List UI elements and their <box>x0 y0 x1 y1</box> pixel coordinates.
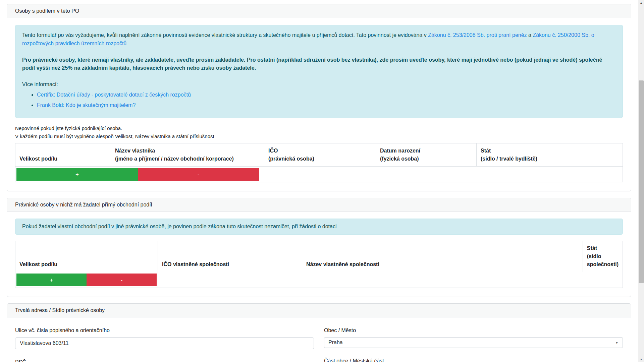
owners-action-cell: + - <box>15 166 623 182</box>
column-header-nazev-spolecnosti: Název vlastněné společnosti <box>302 241 583 272</box>
form-content: Osoby s podílem v této PO Tento formulář… <box>7 4 631 362</box>
frank-bold-link[interactable]: Frank Bold: Kdo je skutečným majitelem? <box>37 102 136 108</box>
owners-section-body: Tento formulář po vás vyžadujeme, kvůli … <box>7 18 631 191</box>
street-input[interactable] <box>15 337 314 349</box>
column-header-velikost-podilu: Velikost podílu <box>15 143 111 166</box>
owners-remove-row-button[interactable]: - <box>138 168 259 181</box>
owners-table-action-row: + - <box>15 166 623 182</box>
scrollbar-thumb[interactable] <box>639 80 644 283</box>
column-header-line: (jméno a příjmení / název obchodní korpo… <box>115 155 260 163</box>
street-label: Ulice vč. čísla popisného a orientačního <box>15 327 314 334</box>
certifix-link[interactable]: Certifix: Dotační úřady - poskytovatelé … <box>37 92 191 98</box>
owners-alert-paragraph-1: Tento formulář po vás vyžadujeme, kvůli … <box>22 31 616 48</box>
law-253-2008-link[interactable]: Zákonu č. 253/2008 Sb. proti praní peněz <box>428 32 527 38</box>
list-item: Certifix: Dotační úřady - poskytovatelé … <box>37 91 616 99</box>
holdings-add-row-button[interactable]: + <box>16 274 87 286</box>
column-header-stat: Stát (sídlo společnosti) <box>583 241 623 272</box>
holdings-table-action-row: + - <box>15 272 623 288</box>
address-section-title: Trvalá adresa / Sídlo právnické osoby <box>7 304 631 317</box>
column-header-line: Velikost podílu <box>19 155 107 163</box>
street-field-group: Ulice vč. čísla popisného a orientačního… <box>15 327 314 362</box>
column-header-line: Stát <box>481 147 619 155</box>
city-select-value: Praha <box>328 340 343 346</box>
alert-text: Tento formulář po vás vyžadujeme, kvůli … <box>22 32 428 38</box>
column-header-datum-narozeni: Datum narození (fyzická osoba) <box>376 143 477 166</box>
column-header-line: Stát <box>587 244 619 252</box>
column-header-ico: IČO (právnická osoba) <box>264 143 376 166</box>
holdings-section-body: Pokud žadatel vlastní obchodní podíl v j… <box>7 212 631 297</box>
owners-table-header-row: Velikost podílu Název vlastníka (jméno a… <box>15 143 623 166</box>
more-info-label: Více informací: <box>22 80 616 89</box>
address-section-body: Ulice vč. čísla popisného a orientačního… <box>7 317 631 362</box>
city-field-group: Obec / Město Praha ▼ Část obce / Městská… <box>324 327 623 362</box>
column-header-line: (fyzická osoba) <box>380 155 472 163</box>
owners-section-title: Osoby s podílem v této PO <box>7 4 631 18</box>
column-header-line: Název vlastníka <box>115 147 260 155</box>
list-item: Frank Bold: Kdo je skutečným majitelem? <box>37 101 616 110</box>
zip-label: PSČ <box>15 359 314 362</box>
column-header-line: Název vlastněné společnosti <box>306 260 579 268</box>
district-label: Část obce / Městská část <box>324 358 623 362</box>
city-select[interactable]: Praha ▼ <box>324 337 623 348</box>
column-header-line: (sídlo / trvalé bydliště) <box>481 155 619 163</box>
chevron-down-icon: ▼ <box>615 341 619 345</box>
optional-note: Nepovinné pokud jste fyzická podnikající… <box>15 125 623 131</box>
holdings-alert-text: Pokud žadatel vlastní obchodní podíl v j… <box>22 223 616 231</box>
owners-alert-paragraph-2: Pro právnické osoby, které nemají vlastn… <box>22 56 616 73</box>
holdings-section-card: Právnické osoby v nichž má žadatel přímý… <box>7 198 631 297</box>
column-header-ico-spolecnosti: IČO vlastněné společnosti <box>158 241 302 272</box>
holdings-remove-row-button[interactable]: - <box>87 274 157 286</box>
column-header-velikost-podilu: Velikost podílu <box>15 241 158 272</box>
column-header-line: IČO <box>268 147 372 155</box>
owners-info-alert: Tento formulář po vás vyžadujeme, kvůli … <box>15 25 623 118</box>
holdings-table: Velikost podílu IČO vlastněné společnost… <box>15 241 623 288</box>
column-header-line: Datum narození <box>380 147 472 155</box>
vertical-scrollbar[interactable]: ▲ ▼ <box>638 0 644 362</box>
column-header-line: IČO vlastněné společnosti <box>162 260 298 268</box>
column-header-line: (sídlo společnosti) <box>587 252 619 268</box>
scroll-up-icon[interactable]: ▲ <box>638 0 644 5</box>
holdings-info-alert: Pokud žadatel vlastní obchodní podíl v j… <box>15 219 623 235</box>
holdings-empty-cell <box>158 272 623 288</box>
holdings-section-title: Právnické osoby v nichž má žadatel přímý… <box>7 198 631 212</box>
scroll-down-icon[interactable]: ▼ <box>638 357 644 362</box>
holdings-table-header-row: Velikost podílu IČO vlastněné společnost… <box>15 241 623 272</box>
owners-add-row-button[interactable]: + <box>16 168 138 181</box>
city-label: Obec / Město <box>324 327 623 334</box>
address-section-card: Trvalá adresa / Sídlo právnické osoby Ul… <box>7 303 631 362</box>
column-header-nazev-vlastnika: Název vlastníka (jméno a příjmení / náze… <box>111 143 264 166</box>
column-header-line: Velikost podílu <box>19 260 154 268</box>
more-info-link-list: Certifix: Dotační úřady - poskytovatelé … <box>22 91 616 110</box>
owners-table: Velikost podílu Název vlastníka (jméno a… <box>15 143 623 182</box>
owners-section-card: Osoby s podílem v této PO Tento formulář… <box>7 4 631 191</box>
column-header-stat: Stát (sídlo / trvalé bydliště) <box>477 143 623 166</box>
holdings-action-cell: + - <box>15 272 158 288</box>
scrolled-card-bottom-edge <box>0 0 630 3</box>
required-fields-note: V každém podílu musí být vyplněno alespo… <box>15 133 623 139</box>
alert-text: a <box>527 32 533 38</box>
column-header-line: (právnická osoba) <box>268 155 372 163</box>
